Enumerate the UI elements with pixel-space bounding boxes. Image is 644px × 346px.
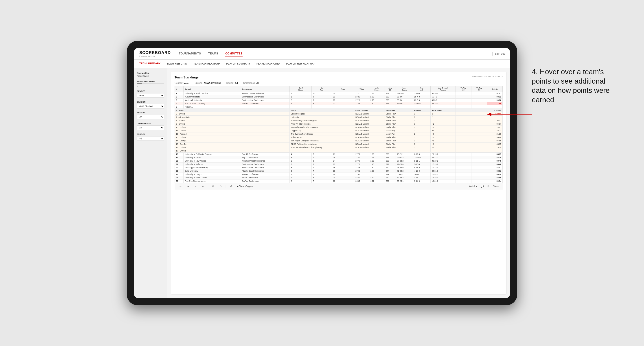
gender-label: Gender bbox=[137, 90, 164, 92]
clock-button[interactable]: ⏱ bbox=[229, 185, 234, 188]
app-logo-sub: Powered by clippi bbox=[139, 55, 171, 57]
table-row[interactable]: 19 University of Texas Big 12 Conference… bbox=[175, 156, 503, 159]
tab-team-h2h-heatmap[interactable]: TEAM H2H HEATMAP bbox=[194, 61, 220, 66]
tooltip-row[interactable]: 6 Univers Celso Collegiate NCAA Division… bbox=[175, 112, 503, 116]
tooltip-row[interactable]: 9 Univers Amer An Intercollegiate NCAA D… bbox=[175, 122, 503, 126]
annotation-container: 4. Hover over a team's points to see add… bbox=[532, 67, 617, 104]
back-button[interactable]: ← bbox=[193, 185, 198, 188]
tooltip-row[interactable]: 16 Univers 2023 Sahalee Players Champion… bbox=[175, 146, 503, 149]
sign-out-button[interactable]: Sign out bbox=[495, 52, 505, 55]
table-row[interactable]: 3 Vanderbilt University Southeastern Con… bbox=[175, 99, 503, 102]
col-vstop50: Vs Top50 bbox=[472, 86, 488, 92]
toolbar-right: Watch ▾ 💬 ⊟ Share bbox=[469, 185, 499, 188]
report-card: Team Standings Update time: 13/03/2024 1… bbox=[171, 72, 506, 295]
col-conf-rank: ConfRank bbox=[290, 86, 312, 92]
table-row-highlighted[interactable]: 4 Arizona State University Pac-12 Confer… bbox=[175, 102, 503, 105]
update-time: Update time: 13/03/2024 10:03:42 bbox=[472, 76, 503, 78]
division-select[interactable]: NCAA Division I bbox=[137, 104, 164, 108]
grid-button[interactable]: ⊞ bbox=[211, 184, 216, 188]
table-row[interactable]: 24 University of Oregon Pac-12 Conferenc… bbox=[175, 173, 503, 176]
tab-player-h2h-grid[interactable]: PLAYER H2H GRID bbox=[256, 61, 280, 66]
tab-team-summary[interactable]: TEAM SUMMARY bbox=[139, 61, 160, 66]
view-selector[interactable]: ▶ View: Original bbox=[237, 185, 253, 187]
sidebar-region: Region N/A bbox=[137, 112, 164, 119]
conference-select[interactable]: (All) bbox=[137, 126, 164, 130]
sidebar-min-rounds: Minimum Rounds 5 bbox=[137, 80, 164, 87]
bottom-toolbar: ↩ ↪ ← + | ⊞ ⧉ | ⏱ ▶ View: Original bbox=[174, 183, 503, 189]
sub-nav: TEAM SUMMARY TEAM H2H GRID TEAM H2H HEAT… bbox=[134, 60, 510, 68]
report-area: Team Standings Update time: 13/03/2024 1… bbox=[167, 68, 510, 298]
conference-label: Conference bbox=[137, 122, 164, 125]
col-points: Points bbox=[488, 86, 503, 92]
tooltip-row[interactable]: 14 Georgia Ben Hogan Collegiate Invitati… bbox=[175, 139, 503, 143]
region-label: Region bbox=[137, 112, 164, 114]
col-avg-adj: AvgAdj bbox=[413, 86, 430, 92]
col-school: School bbox=[184, 86, 241, 92]
undo-button[interactable]: ↩ bbox=[178, 184, 183, 188]
slider-fill bbox=[137, 83, 142, 84]
tab-player-h2h-heatmap[interactable]: PLAYER H2H HEATMAP bbox=[286, 61, 316, 66]
school-select[interactable]: (All) bbox=[137, 136, 164, 141]
annotation-arrow bbox=[482, 108, 534, 121]
col-rank: # bbox=[175, 86, 184, 92]
nav-committee[interactable]: COMMITTEE bbox=[225, 51, 242, 56]
filter-conference: Conference: All bbox=[243, 82, 259, 84]
watch-button[interactable]: Watch ▾ bbox=[469, 185, 477, 187]
sidebar-gender: Gender Men's bbox=[137, 90, 164, 98]
col-avg-sg: AvgSG bbox=[384, 86, 396, 92]
sidebar: Committee Portal Review Minimum Rounds 5 bbox=[134, 68, 167, 298]
view-icon: ▶ bbox=[237, 185, 238, 187]
filter-region: Region: All bbox=[226, 82, 238, 84]
tooltip-row[interactable]: 11 Univers Copper Cup NCAA Division I Ma… bbox=[175, 129, 503, 133]
report-title: Team Standings bbox=[174, 76, 198, 79]
table-row[interactable]: 22 Mississippi State University Southeas… bbox=[175, 166, 503, 170]
col-rnds: Rnds bbox=[332, 86, 354, 92]
table-row[interactable]: 26 The Ohio State University Big Ten Con… bbox=[175, 179, 503, 183]
region-select[interactable]: N/A bbox=[137, 115, 164, 119]
sidebar-school: School (All) bbox=[137, 133, 164, 141]
tooltip-row[interactable]: 17 Univers bbox=[175, 149, 503, 153]
table-row[interactable]: 1 University of North Carolina Atlantic … bbox=[175, 92, 503, 95]
grid2-button[interactable]: ⊟ bbox=[488, 185, 490, 188]
share-button[interactable]: Share bbox=[493, 185, 499, 187]
table-row[interactable]: 2 Auburn University Southeastern Confere… bbox=[175, 95, 503, 99]
tooltip-row[interactable]: 12 Florida I The Cypress Point Classic N… bbox=[175, 133, 503, 136]
report-filters: Gender: Men's Division: NCAA Division I … bbox=[174, 82, 503, 84]
filter-gender: Gender: Men's bbox=[174, 82, 189, 84]
logo-area: SCOREBOARD Powered by clippi bbox=[139, 50, 171, 57]
table-row[interactable]: 20 University of New Mexico Mountain Wes… bbox=[175, 159, 503, 163]
filter-division: Division: NCAA Division I bbox=[194, 82, 221, 84]
tab-player-summary[interactable]: PLAYER SUMMARY bbox=[226, 61, 250, 66]
table-row[interactable]: 25 University of North Florida ASUN Conf… bbox=[175, 176, 503, 179]
col-overall: Low OverallRecord bbox=[430, 86, 456, 92]
sidebar-conference: Conference (All) bbox=[137, 122, 164, 130]
redo-button[interactable]: ↪ bbox=[186, 184, 190, 188]
sidebar-header-section: Committee Portal Review bbox=[137, 72, 164, 77]
gender-select[interactable]: Men's bbox=[137, 93, 164, 98]
tab-team-h2h-grid[interactable]: TEAM H2H GRID bbox=[167, 61, 187, 66]
table-row[interactable]: 23 Duke University Atlantic Coast Confer… bbox=[175, 170, 503, 173]
comment-button[interactable]: 💬 bbox=[481, 185, 484, 188]
tooltip-row[interactable]: 7 Arizona State University NCAA Division… bbox=[175, 116, 503, 119]
rounds-slider[interactable] bbox=[137, 83, 164, 84]
nav-teams[interactable]: TEAMS bbox=[208, 51, 218, 56]
table-row[interactable]: 21 University of Alabama Southeastern Co… bbox=[175, 163, 503, 166]
table-row[interactable]: 18 University of California, Berkeley Pa… bbox=[175, 153, 503, 156]
tablet-screen: SCOREBOARD Powered by clippi TOURNAMENTS… bbox=[134, 48, 510, 298]
col-tours: NoTour bbox=[312, 86, 332, 92]
table-container: # School Conference ConfRank NoTour Rnds… bbox=[174, 86, 503, 183]
app-logo: SCOREBOARD bbox=[139, 50, 171, 55]
table-sub-header: # Team Event Event Division Event Type R… bbox=[175, 109, 503, 112]
tooltip-row[interactable]: 13 Univers Williams Cup NCAA Division I … bbox=[175, 136, 503, 139]
add-button[interactable]: + bbox=[201, 185, 205, 188]
tooltip-row[interactable]: 10 Univers National Invitational Tournam… bbox=[175, 126, 503, 129]
col-adj-score: Adj.Score bbox=[369, 86, 384, 92]
tooltip-row[interactable]: 8 Univers Southern Highlands Collegiate … bbox=[175, 119, 503, 122]
sidebar-division: Division NCAA Division I bbox=[137, 101, 164, 108]
table-row[interactable]: 5 Texas T... bbox=[175, 105, 503, 109]
tooltip-row[interactable]: 15 East Ter OFCC Fighting Illini Invitat… bbox=[175, 143, 503, 146]
col-conference: Conference bbox=[241, 86, 290, 92]
nav-tournaments[interactable]: TOURNAMENTS bbox=[179, 51, 201, 56]
annotation-text: 4. Hover over a team's points to see add… bbox=[532, 67, 617, 104]
copy-button[interactable]: ⧉ bbox=[218, 184, 223, 188]
